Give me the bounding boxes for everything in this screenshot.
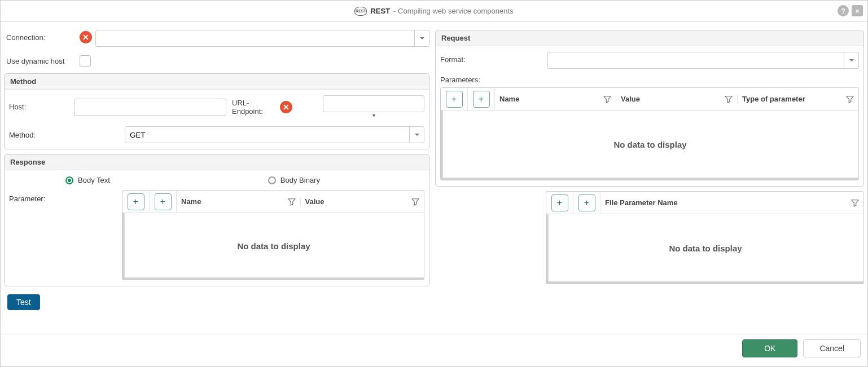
format-combo[interactable] [547, 52, 859, 69]
host-input[interactable] [74, 99, 226, 115]
connection-label: Connection: [6, 30, 80, 42]
connection-combo[interactable] [95, 30, 429, 47]
filter-icon[interactable] [603, 95, 611, 103]
dynamic-host-label: Use dynamic host [6, 54, 80, 65]
req-col-value-header: Value [621, 95, 640, 103]
url-endpoint-input-wrap[interactable] [323, 95, 424, 112]
method-panel: Method Host: URL-Endpoint: ✕ ▾ Method: [4, 73, 429, 149]
url-endpoint-label: URL-Endpoint: [232, 99, 274, 116]
add-req-param-button[interactable]: + [446, 91, 463, 108]
chevron-down-icon[interactable]: ▾ [372, 112, 375, 118]
body-binary-label: Body Binary [280, 176, 320, 184]
parameters-label: Parameters: [440, 76, 859, 84]
add-param-button-2[interactable]: + [155, 193, 172, 210]
radio-icon [65, 176, 73, 184]
request-params-grid: + + Name Value Type of parameter [440, 87, 859, 180]
error-icon: ✕ [80, 31, 92, 43]
filter-icon[interactable] [411, 198, 419, 206]
connection-input[interactable] [96, 30, 414, 46]
file-param-col-header: File Parameter Name [605, 198, 678, 207]
response-panel: Response Body Text Body Binary Parameter… [4, 154, 429, 286]
url-endpoint-input[interactable] [323, 96, 424, 112]
add-file-param-button[interactable]: + [551, 194, 568, 211]
connection-row: Connection: ✕ [4, 30, 432, 47]
file-grid-empty: No data to display [546, 214, 863, 284]
method-combo[interactable] [125, 126, 424, 143]
dialog-footer: OK Cancel [1, 334, 867, 362]
dynamic-host-checkbox[interactable] [80, 55, 91, 67]
format-input[interactable] [548, 52, 844, 68]
add-param-button[interactable]: + [128, 193, 144, 210]
file-params-grid: + + File Parameter Name No data to displ… [546, 191, 864, 284]
cancel-button[interactable]: Cancel [803, 339, 861, 357]
col-name-header: Name [181, 197, 201, 206]
title-main: REST [370, 7, 390, 15]
add-file-param-button-2[interactable]: + [578, 194, 595, 211]
request-panel-header: Request [436, 30, 863, 46]
method-caret-icon[interactable] [409, 127, 424, 143]
titlebar: REST REST - Compiling web service compon… [1, 1, 867, 22]
host-label: Host: [9, 103, 68, 111]
response-panel-header: Response [5, 154, 429, 170]
filter-icon[interactable] [846, 95, 854, 103]
format-caret-icon[interactable] [844, 52, 858, 68]
req-col-name-header: Name [499, 95, 519, 103]
filter-icon[interactable] [288, 198, 296, 206]
body-text-label: Body Text [78, 176, 110, 184]
add-req-param-button-2[interactable]: + [473, 91, 490, 108]
response-params-grid: + + Name Value No data to display [122, 190, 424, 280]
rest-icon: REST [354, 7, 367, 16]
filter-icon[interactable] [725, 95, 733, 103]
help-icon[interactable]: ? [838, 5, 849, 16]
radio-icon [268, 176, 276, 184]
request-grid-empty: No data to display [441, 110, 858, 180]
col-value-header: Value [305, 197, 325, 206]
body-text-radio[interactable]: Body Text [65, 176, 110, 184]
request-panel: Request Format: Parameters: + + Name [435, 30, 864, 187]
ok-button[interactable]: OK [742, 339, 797, 357]
test-button[interactable]: Test [7, 294, 40, 310]
url-error-icon: ✕ [280, 101, 292, 113]
filter-icon[interactable] [851, 199, 859, 207]
method-label: Method: [9, 131, 119, 139]
connection-caret-icon[interactable] [414, 30, 429, 46]
title-sub: - Compiling web service components [393, 7, 513, 15]
req-col-type-header: Type of parameter [742, 95, 805, 103]
response-grid-empty: No data to display [122, 213, 424, 280]
close-icon[interactable]: × [852, 5, 863, 16]
body-binary-radio[interactable]: Body Binary [268, 176, 320, 184]
format-label: Format: [440, 52, 547, 64]
parameter-label: Parameter: [9, 190, 116, 203]
dynamic-host-row: Use dynamic host [4, 54, 432, 67]
method-input[interactable] [125, 127, 409, 143]
host-input-wrap[interactable] [74, 99, 226, 116]
method-panel-header: Method [5, 74, 429, 90]
